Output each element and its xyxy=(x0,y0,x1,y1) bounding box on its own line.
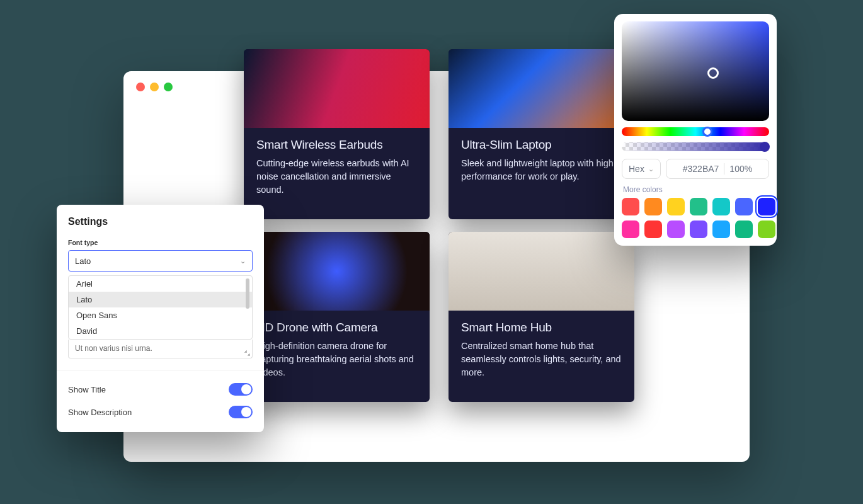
product-card[interactable]: Smart Wireless Earbuds Cutting-edge wire… xyxy=(244,49,430,219)
color-swatch[interactable] xyxy=(758,198,775,215)
alpha-slider[interactable] xyxy=(622,142,769,151)
settings-title: Settings xyxy=(68,216,253,227)
hue-handle-icon[interactable] xyxy=(702,127,712,137)
font-type-dropdown: Ariel Lato Open Sans David xyxy=(68,275,253,340)
color-swatch[interactable] xyxy=(690,198,707,215)
show-title-label: Show Title xyxy=(68,385,106,394)
hex-value: #322BA7 xyxy=(683,164,719,174)
more-colors-label: More colors xyxy=(623,185,768,194)
product-title: Ultra-Slim Laptop xyxy=(461,138,622,152)
product-image xyxy=(449,232,634,311)
color-swatch[interactable] xyxy=(735,198,753,215)
sv-handle-icon[interactable] xyxy=(707,67,719,79)
color-swatch[interactable] xyxy=(667,198,685,215)
font-option[interactable]: Lato xyxy=(69,292,252,307)
hex-input[interactable]: #322BA7 100% xyxy=(666,159,769,179)
product-description: Sleek and lightweight laptop with high p… xyxy=(461,157,622,183)
chevron-down-icon: ⌄ xyxy=(240,257,246,265)
product-card-grid: Smart Wireless Earbuds Cutting-edge wire… xyxy=(244,49,634,402)
hue-slider[interactable] xyxy=(622,127,769,136)
color-swatch[interactable] xyxy=(712,220,730,238)
chevron-down-icon: ⌄ xyxy=(648,165,654,173)
show-title-toggle[interactable] xyxy=(229,383,253,396)
product-title: Smart Home Hub xyxy=(461,321,622,335)
settings-panel: Settings Font type Lato ⌄ Ariel Lato Ope… xyxy=(57,205,264,432)
font-type-selected-value: Lato xyxy=(75,256,91,266)
color-mode-select[interactable]: Hex ⌄ xyxy=(622,159,661,179)
product-card[interactable]: Smart Home Hub Centralized smart home hu… xyxy=(449,232,634,402)
color-swatch[interactable] xyxy=(644,198,662,215)
color-swatch[interactable] xyxy=(690,220,707,238)
color-swatch[interactable] xyxy=(758,220,775,238)
color-picker-panel: Hex ⌄ #322BA7 100% More colors xyxy=(614,14,777,246)
alpha-value: 100% xyxy=(729,164,752,174)
color-swatch[interactable] xyxy=(735,220,753,238)
description-textarea[interactable]: Ut non varius nisi urna. xyxy=(68,340,253,358)
show-description-label: Show Description xyxy=(68,408,132,417)
product-image xyxy=(449,49,634,128)
product-card[interactable]: Ultra-Slim Laptop Sleek and lightweight … xyxy=(449,49,634,219)
alpha-handle-icon[interactable] xyxy=(760,142,770,152)
minimize-window-icon[interactable] xyxy=(150,83,159,91)
show-description-toggle[interactable] xyxy=(229,406,253,418)
product-title: HD Drone with Camera xyxy=(256,321,417,335)
font-option[interactable]: David xyxy=(69,323,252,339)
product-description: High-definition camera drone for capturi… xyxy=(256,340,417,379)
font-option[interactable]: Open Sans xyxy=(69,307,252,323)
close-window-icon[interactable] xyxy=(136,83,145,91)
font-option[interactable]: Ariel xyxy=(69,276,252,292)
swatch-grid xyxy=(622,198,769,238)
color-swatch[interactable] xyxy=(644,220,662,238)
font-type-select[interactable]: Lato ⌄ xyxy=(68,250,253,272)
product-image xyxy=(244,49,430,128)
divider xyxy=(724,163,724,175)
saturation-value-area[interactable] xyxy=(622,21,769,121)
divider xyxy=(57,370,264,370)
maximize-window-icon[interactable] xyxy=(164,83,173,91)
color-swatch[interactable] xyxy=(667,220,685,238)
color-swatch[interactable] xyxy=(622,198,639,215)
product-image xyxy=(244,232,430,311)
font-type-label: Font type xyxy=(68,239,253,246)
product-description: Cutting-edge wireless earbuds with AI no… xyxy=(256,157,417,197)
color-swatch[interactable] xyxy=(712,198,730,215)
color-mode-value: Hex xyxy=(629,164,644,174)
color-swatch[interactable] xyxy=(622,220,639,238)
product-description: Centralized smart home hub that seamless… xyxy=(461,340,622,379)
product-card[interactable]: HD Drone with Camera High-definition cam… xyxy=(244,232,430,402)
product-title: Smart Wireless Earbuds xyxy=(256,138,417,152)
